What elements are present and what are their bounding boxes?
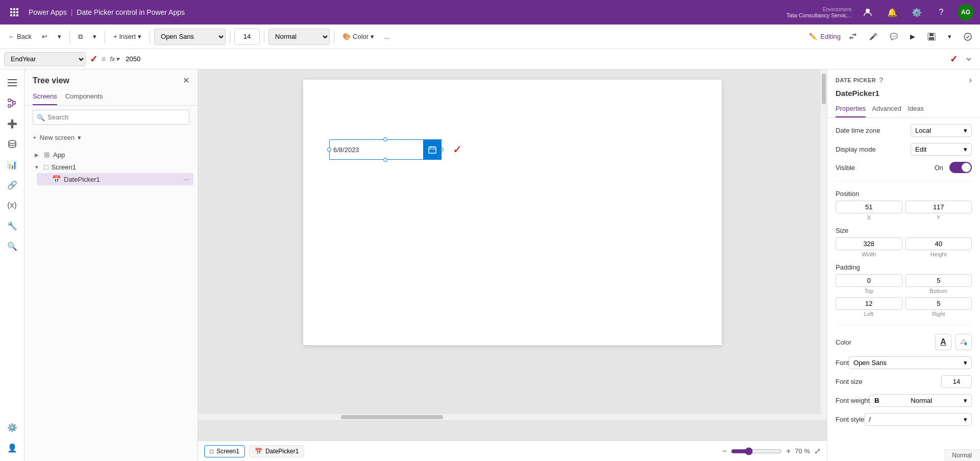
search-icon-btn[interactable]: 🔍 — [3, 237, 21, 255]
search-icon: 🔍 — [37, 113, 45, 121]
padding-right-input[interactable] — [905, 297, 972, 310]
data-icon-btn[interactable] — [3, 135, 21, 153]
copy-dropdown[interactable]: ▾ — [89, 28, 101, 46]
tab-advanced[interactable]: Advanced — [872, 102, 901, 117]
panel-help-icon[interactable]: ? — [879, 76, 883, 84]
size-width-group: Width — [836, 237, 902, 257]
tree-close-button[interactable]: ✕ — [183, 76, 189, 85]
screen-tab-screen1[interactable]: □ Screen1 — [204, 445, 245, 457]
treeview-icon-btn[interactable] — [3, 94, 21, 112]
copy-button[interactable]: ⧉ — [74, 28, 87, 46]
left-sidebar-icons: ➕ 📊 🔗 (x) 🔧 🔍 ⚙️ 👤 — [0, 69, 24, 461]
panel-collapse-btn[interactable]: › — [969, 76, 972, 85]
canvas-scrollbar-v[interactable] — [821, 69, 827, 420]
person-icon-btn[interactable] — [860, 4, 876, 20]
style-select[interactable]: Normal Heading 1 Heading 2 — [268, 29, 330, 45]
undo-dropdown[interactable]: ▾ — [54, 28, 65, 46]
font-family-prop-select[interactable]: Open Sans ▾ — [849, 356, 972, 369]
microphone-button[interactable]: 🎤 — [865, 28, 881, 46]
publish-button[interactable] — [960, 28, 976, 46]
size-label: Size — [836, 227, 848, 234]
padding-left-input[interactable] — [836, 297, 902, 310]
color-label: Color — [836, 338, 851, 346]
tools-icon-btn[interactable]: 🔧 — [3, 216, 21, 235]
tree-item-app[interactable]: ▶ ⊞ App — [29, 149, 193, 161]
insert-button[interactable]: + Insert ▾ — [109, 28, 145, 46]
size-width-input[interactable] — [836, 237, 902, 250]
fontsize-prop-input[interactable] — [941, 375, 972, 388]
font-label: Font — [836, 359, 849, 367]
datepicker-calendar-button[interactable] — [423, 139, 442, 160]
save-button[interactable] — [923, 28, 940, 46]
bell-icon-btn[interactable]: 🔔 — [884, 4, 900, 20]
font-size-input[interactable] — [234, 29, 260, 45]
separator3 — [150, 31, 150, 43]
padding-right-label: Right — [905, 311, 972, 317]
menu-icon-btn[interactable] — [3, 74, 21, 92]
zoom-in-btn[interactable]: + — [786, 447, 791, 456]
font-family-select[interactable]: Open Sans Segoe UI Arial — [154, 29, 226, 45]
save-dropdown[interactable]: ▾ — [944, 28, 955, 46]
tree-item-datepicker1[interactable]: 📅 DatePicker1 ··· — [37, 173, 193, 185]
screen1-expand-btn[interactable]: ▼ — [33, 164, 41, 170]
font-color-swatch[interactable]: A — [935, 334, 951, 350]
tab-screens[interactable]: Screens — [33, 89, 57, 105]
tab-ideas[interactable]: Ideas — [908, 102, 924, 117]
fontweight-select[interactable]: B Normal ▾ — [870, 394, 972, 407]
undo-button[interactable]: ↩ — [38, 28, 52, 46]
waffle-menu-button[interactable] — [6, 4, 22, 20]
position-y-input[interactable] — [905, 201, 972, 213]
datepicker-accept-checkmark[interactable]: ✓ — [453, 143, 462, 156]
tab-properties[interactable]: Properties — [836, 102, 866, 117]
help-icon-btn[interactable]: ? — [933, 4, 949, 20]
color-button[interactable]: 🎨 Color ▾ — [338, 28, 378, 46]
account-icon-btn[interactable]: 👤 — [3, 439, 21, 457]
svg-rect-14 — [8, 79, 17, 80]
tree-item-screen1[interactable]: ▼ □ Screen1 — [29, 161, 193, 173]
tab-components[interactable]: Components — [65, 89, 103, 105]
timezone-select[interactable]: Local ▾ — [911, 124, 972, 137]
formula-expand-btn[interactable] — [962, 50, 976, 68]
handle-bottom-mid[interactable] — [383, 158, 387, 162]
padding-top-input[interactable] — [836, 274, 902, 287]
new-screen-button[interactable]: + New screen ▾ — [33, 132, 81, 143]
displaymode-select[interactable]: Edit ▾ — [911, 143, 972, 156]
fill-color-swatch[interactable] — [955, 334, 972, 350]
padding-left-group: Left — [836, 297, 902, 317]
chart-icon-btn[interactable]: 📊 — [3, 155, 21, 174]
settings-icon-btn[interactable]: ⚙️ — [909, 4, 925, 20]
size-width-label: Width — [836, 251, 902, 257]
fontstyle-select[interactable]: / ▾ — [864, 413, 972, 426]
connector-icon-btn[interactable]: 🔗 — [3, 176, 21, 194]
visible-toggle[interactable] — [949, 162, 972, 173]
fullscreen-btn[interactable]: ⤢ — [814, 446, 821, 456]
search-input[interactable] — [33, 110, 189, 125]
canvas-scroll-area[interactable]: 6/8/2023 ✓ — [198, 69, 827, 441]
insert-icon-btn[interactable]: ➕ — [3, 114, 21, 133]
comment-button[interactable]: 💬 — [886, 28, 902, 46]
formula-accept-icon[interactable]: ✓ — [950, 54, 958, 65]
handle-top-mid[interactable] — [383, 137, 387, 141]
tree-title: Tree view — [33, 76, 69, 85]
variable-icon-btn[interactable]: (x) — [3, 196, 21, 214]
position-x-input[interactable] — [836, 201, 902, 213]
right-panel: DATE PICKER ? › DatePicker1 Properties A… — [827, 69, 980, 461]
formula-input[interactable] — [124, 54, 946, 64]
settings-side-icon-btn[interactable]: ⚙️ — [3, 418, 21, 436]
padding-bottom-input[interactable] — [905, 274, 972, 287]
play-button[interactable]: ▶ — [906, 28, 919, 46]
handle-left-mid[interactable] — [327, 148, 331, 152]
canvas-scrollbar-h[interactable] — [198, 414, 821, 420]
zoom-out-btn[interactable]: − — [722, 447, 727, 456]
app-expand-btn[interactable]: ▶ — [33, 152, 41, 158]
more-button[interactable]: ... — [380, 28, 394, 46]
share-button[interactable] — [845, 28, 861, 46]
property-select[interactable]: EndYear StartYear Value — [4, 52, 86, 66]
back-button[interactable]: ← Back — [4, 28, 36, 46]
datepicker-component[interactable]: 6/8/2023 ✓ — [329, 139, 442, 160]
size-height-input[interactable] — [905, 237, 972, 250]
formula-check-icon[interactable]: ✓ — [90, 54, 97, 65]
screen-tab-datepicker[interactable]: 📅 DatePicker1 — [249, 445, 304, 457]
datepicker1-more-btn[interactable]: ··· — [183, 175, 189, 183]
zoom-slider[interactable] — [731, 447, 782, 455]
